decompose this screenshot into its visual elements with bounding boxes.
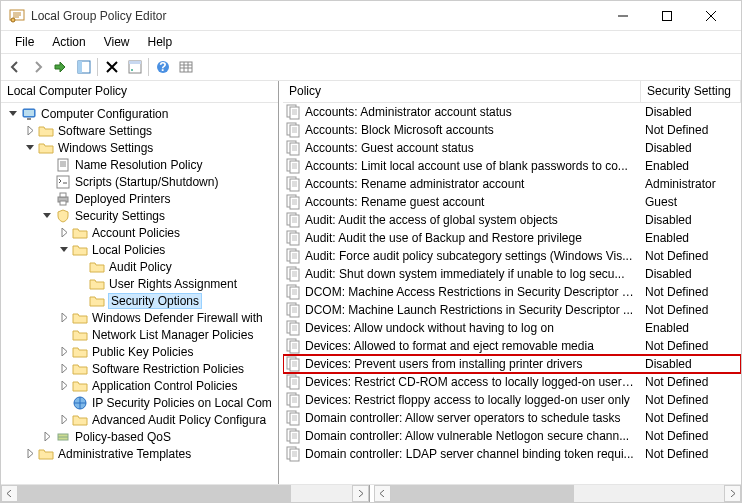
policy-row[interactable]: Accounts: Block Microsoft accountsNot De… <box>283 121 741 139</box>
menu-file[interactable]: File <box>7 33 42 51</box>
twisty-open-icon[interactable] <box>58 244 70 256</box>
policy-row[interactable]: Audit: Audit the access of global system… <box>283 211 741 229</box>
folder-icon <box>38 123 54 139</box>
policy-row[interactable]: Audit: Audit the use of Backup and Resto… <box>283 229 741 247</box>
policy-row[interactable]: Domain controller: Allow server operator… <box>283 409 741 427</box>
policy-row[interactable]: DCOM: Machine Launch Restrictions in Sec… <box>283 301 741 319</box>
policy-row[interactable]: Accounts: Limit local account use of bla… <box>283 157 741 175</box>
help-button[interactable]: ? <box>151 56 174 78</box>
twisty-closed-icon[interactable] <box>58 380 70 392</box>
tree-item[interactable]: Application Control Policies <box>1 377 278 394</box>
twisty-closed-icon[interactable] <box>24 125 36 137</box>
column-header[interactable]: Policy Security Setting <box>283 81 741 103</box>
tree-item-label: IP Security Policies on Local Com <box>91 396 273 410</box>
policy-row[interactable]: Devices: Restrict floppy access to local… <box>283 391 741 409</box>
tree-item[interactable]: Policy-based QoS <box>1 428 278 445</box>
policy-list[interactable]: Accounts: Administrator account statusDi… <box>283 103 741 484</box>
twisty-closed-icon[interactable] <box>58 414 70 426</box>
export-list-button[interactable] <box>174 56 197 78</box>
tree-item[interactable]: Scripts (Startup/Shutdown) <box>1 173 278 190</box>
minimize-button[interactable] <box>601 2 645 30</box>
back-button[interactable] <box>3 56 26 78</box>
twisty-closed-icon[interactable] <box>41 431 53 443</box>
tree-item[interactable]: Advanced Audit Policy Configura <box>1 411 278 428</box>
policy-row[interactable]: Accounts: Administrator account statusDi… <box>283 103 741 121</box>
properties-button[interactable] <box>123 56 146 78</box>
tree-item[interactable]: Software Settings <box>1 122 278 139</box>
tree-item[interactable]: User Rights Assignment <box>1 275 278 292</box>
menu-view[interactable]: View <box>96 33 138 51</box>
svg-rect-12 <box>24 110 34 116</box>
menu-action[interactable]: Action <box>44 33 93 51</box>
policy-name: Accounts: Block Microsoft accounts <box>305 123 641 137</box>
right-hscrollbar[interactable] <box>374 485 742 502</box>
shield-icon <box>55 208 71 224</box>
tree-item[interactable]: IP Security Policies on Local Com <box>1 394 278 411</box>
policy-row[interactable]: Domain controller: Allow vulnerable Netl… <box>283 427 741 445</box>
policy-row[interactable]: Audit: Force audit policy subcategory se… <box>283 247 741 265</box>
policy-row[interactable]: Accounts: Guest account statusDisabled <box>283 139 741 157</box>
tree-item[interactable]: Local Policies <box>1 241 278 258</box>
policy-name: Accounts: Rename administrator account <box>305 177 641 191</box>
policy-row[interactable]: Audit: Shut down system immediately if u… <box>283 265 741 283</box>
tree-item-label: Windows Settings <box>57 141 154 155</box>
scroll-left-icon[interactable] <box>374 485 391 502</box>
twisty-closed-icon[interactable] <box>58 363 70 375</box>
policy-row[interactable]: Devices: Prevent users from installing p… <box>283 355 741 373</box>
maximize-button[interactable] <box>645 2 689 30</box>
policy-name: Devices: Restrict CD-ROM access to local… <box>305 375 641 389</box>
policy-row[interactable]: Devices: Allowed to format and eject rem… <box>283 337 741 355</box>
delete-button[interactable] <box>100 56 123 78</box>
twisty-closed-icon[interactable] <box>58 227 70 239</box>
tree-item[interactable]: Audit Policy <box>1 258 278 275</box>
tree[interactable]: Computer ConfigurationSoftware SettingsW… <box>1 103 278 464</box>
tree-item[interactable]: Security Options <box>1 292 278 309</box>
tree-item-label: Application Control Policies <box>91 379 238 393</box>
policy-setting: Not Defined <box>641 375 741 389</box>
tree-item[interactable]: Computer Configuration <box>1 105 278 122</box>
tree-item[interactable]: Windows Settings <box>1 139 278 156</box>
up-button[interactable] <box>49 56 72 78</box>
policy-row[interactable]: DCOM: Machine Access Restrictions in Sec… <box>283 283 741 301</box>
twisty-closed-icon[interactable] <box>58 312 70 324</box>
tree-item[interactable]: Windows Defender Firewall with <box>1 309 278 326</box>
col-security-setting[interactable]: Security Setting <box>641 81 741 102</box>
policy-name: Audit: Shut down system immediately if u… <box>305 267 641 281</box>
twisty-blank <box>75 278 87 290</box>
show-hide-tree-button[interactable] <box>72 56 95 78</box>
tree-item-label: Audit Policy <box>108 260 173 274</box>
col-policy[interactable]: Policy <box>283 81 641 102</box>
tree-item[interactable]: Name Resolution Policy <box>1 156 278 173</box>
svg-rect-48 <box>290 341 299 353</box>
policy-row[interactable]: Domain controller: LDAP server channel b… <box>283 445 741 463</box>
menu-help[interactable]: Help <box>140 33 181 51</box>
policy-row[interactable]: Devices: Restrict CD-ROM access to local… <box>283 373 741 391</box>
twisty-closed-icon[interactable] <box>58 346 70 358</box>
tree-item-label: Security Options <box>108 293 202 309</box>
tree-item[interactable]: Software Restriction Policies <box>1 360 278 377</box>
twisty-open-icon[interactable] <box>7 108 19 120</box>
tree-item[interactable]: Administrative Templates <box>1 445 278 462</box>
policy-row[interactable]: Accounts: Rename guest accountGuest <box>283 193 741 211</box>
forward-button[interactable] <box>26 56 49 78</box>
svg-rect-10 <box>180 62 192 72</box>
tree-item-label: Scripts (Startup/Shutdown) <box>74 175 219 189</box>
twisty-open-icon[interactable] <box>41 210 53 222</box>
policy-row[interactable]: Devices: Allow undock without having to … <box>283 319 741 337</box>
scroll-right-icon[interactable] <box>724 485 741 502</box>
left-hscrollbar[interactable] <box>1 485 370 502</box>
tree-item[interactable]: Deployed Printers <box>1 190 278 207</box>
menubar: File Action View Help <box>1 31 741 53</box>
tree-item[interactable]: Network List Manager Policies <box>1 326 278 343</box>
tree-item[interactable]: Account Policies <box>1 224 278 241</box>
scroll-left-icon[interactable] <box>1 485 18 502</box>
tree-item-label: Deployed Printers <box>74 192 171 206</box>
tree-item[interactable]: Public Key Policies <box>1 343 278 360</box>
twisty-open-icon[interactable] <box>24 142 36 154</box>
tree-item[interactable]: Security Settings <box>1 207 278 224</box>
close-button[interactable] <box>689 2 733 30</box>
twisty-closed-icon[interactable] <box>24 448 36 460</box>
scroll-right-icon[interactable] <box>352 485 369 502</box>
twisty-blank <box>75 261 87 273</box>
policy-row[interactable]: Accounts: Rename administrator accountAd… <box>283 175 741 193</box>
